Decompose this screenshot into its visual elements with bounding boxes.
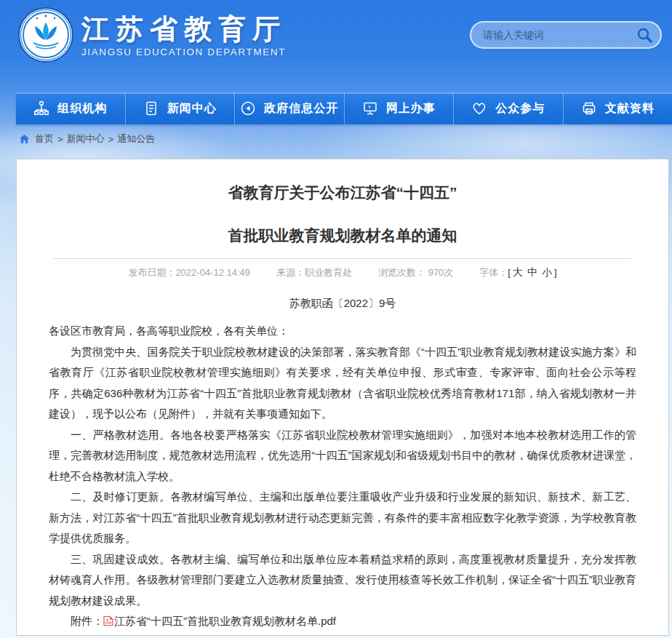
paragraph: 一、严格教材选用。各地各校要严格落实《江苏省职业院校教材管理实施细则》，加强对本… bbox=[49, 425, 636, 487]
font-size-medium-button[interactable]: 中 bbox=[525, 266, 540, 278]
nav-label: 公众参与 bbox=[495, 101, 545, 116]
site-subtitle: JIANGSU EDUCATION DEPARTMENT bbox=[81, 47, 287, 57]
nav-item-info-disclosure[interactable]: 政府信息公开 bbox=[234, 92, 344, 124]
source: 来源：职业教育处 bbox=[276, 266, 352, 279]
nav-item-documents[interactable]: 文献资料 bbox=[563, 92, 672, 124]
nav-label: 新闻中心 bbox=[167, 101, 217, 116]
info-disclosure-icon bbox=[240, 100, 256, 116]
breadcrumb: 首页 > 新闻中心 > 通知公告 bbox=[19, 132, 155, 145]
heart-icon bbox=[471, 100, 487, 116]
font-size-large-button[interactable]: 大 bbox=[511, 266, 525, 278]
article-title-line2: 首批职业教育规划教材名单的通知 bbox=[49, 226, 636, 246]
nav-item-organization[interactable]: 组织机构 bbox=[16, 92, 125, 124]
breadcrumb-separator: > bbox=[108, 134, 114, 145]
paragraph: 二、及时修订更新。各教材编写单位、主编和出版单位要注重吸收产业升级和行业发展的新… bbox=[49, 487, 636, 549]
font-size-small-button[interactable]: 小 bbox=[540, 266, 554, 278]
salutation: 各设区市教育局，各高等职业院校，各有关单位： bbox=[49, 321, 636, 342]
font-bracket-close: ] bbox=[554, 267, 557, 278]
breadcrumb-separator: > bbox=[57, 134, 63, 145]
attachment-link[interactable]: 江苏省“十四五”首批职业教育规划教材名单.pdf bbox=[114, 615, 336, 627]
nav-label: 政府信息公开 bbox=[264, 101, 338, 116]
article-body: 各设区市教育局，各高等职业院校，各有关单位： 为贯彻党中央、国务院关于职业院校教… bbox=[49, 321, 636, 611]
breadcrumb-item-notices[interactable]: 通知公告 bbox=[117, 132, 155, 145]
search-box[interactable] bbox=[470, 21, 662, 49]
article-panel: 省教育厅关于公布江苏省“十四五” 首批职业教育规划教材名单的通知 发布日期：20… bbox=[16, 159, 669, 636]
nav-item-news[interactable]: 新闻中心 bbox=[125, 92, 235, 124]
nav-label: 网上办事 bbox=[386, 101, 436, 116]
pdf-file-icon bbox=[103, 615, 113, 626]
nav-item-public-participation[interactable]: 公众参与 bbox=[453, 92, 563, 124]
site-header: 江苏省教育厅 JIANGSU EDUCATION DEPARTMENT bbox=[0, 0, 672, 92]
breadcrumb-item-news-center[interactable]: 新闻中心 bbox=[67, 132, 105, 145]
brand-block: 江苏省教育厅 JIANGSU EDUCATION DEPARTMENT bbox=[81, 13, 287, 57]
org-chart-icon bbox=[33, 100, 49, 116]
nav-label: 文献资料 bbox=[605, 101, 655, 116]
monitor-icon bbox=[362, 100, 378, 116]
nav-label: 组织机构 bbox=[57, 101, 107, 116]
signature-block: 省教育厅 2022年3月28日 bbox=[49, 635, 636, 638]
archive-printer-icon bbox=[581, 100, 597, 116]
view-count: 浏览次数： 970次 bbox=[378, 266, 453, 279]
signature-department: 省教育厅 bbox=[49, 635, 612, 638]
font-size-control: 字体：[大中小] bbox=[479, 266, 556, 279]
paragraph: 三、巩固建设成效。各教材主编、编写单位和出版单位应本着精益求精的原则，高度重视教… bbox=[49, 549, 636, 612]
search-input[interactable] bbox=[483, 29, 636, 41]
news-doc-icon bbox=[143, 100, 159, 116]
attachment-row: 附件： 江苏省“十四五”首批职业教育规划教材名单.pdf bbox=[49, 611, 636, 632]
home-icon bbox=[19, 134, 30, 144]
article-meta: 发布日期：2022-04-12 14:49 来源：职业教育处 浏览次数： 970… bbox=[49, 266, 636, 279]
title-divider bbox=[53, 258, 632, 259]
site-title: 江苏省教育厅 bbox=[81, 13, 287, 45]
magnifier-icon bbox=[636, 26, 653, 44]
main-nav: 组织机构 新闻中心 政府信息公开 网上办事 公众参与 bbox=[16, 92, 672, 124]
paragraph: 为贯彻党中央、国务院关于职业院校教材建设的决策部署，落实教育部《“十四五”职业教… bbox=[49, 342, 636, 425]
department-logo[interactable] bbox=[17, 7, 74, 63]
publish-date: 发布日期：2022-04-12 14:49 bbox=[128, 266, 250, 279]
attachment-label: 附件： bbox=[71, 615, 103, 627]
search-button[interactable] bbox=[636, 26, 653, 44]
nav-item-online-services[interactable]: 网上办事 bbox=[344, 92, 454, 124]
font-size-label: 字体： bbox=[479, 267, 508, 278]
article-title-line1: 省教育厅关于公布江苏省“十四五” bbox=[49, 183, 636, 203]
logo-emblem-icon bbox=[17, 7, 74, 63]
document-number: 苏教职函〔2022〕9号 bbox=[49, 297, 636, 311]
breadcrumb-item-home[interactable]: 首页 bbox=[35, 132, 54, 145]
